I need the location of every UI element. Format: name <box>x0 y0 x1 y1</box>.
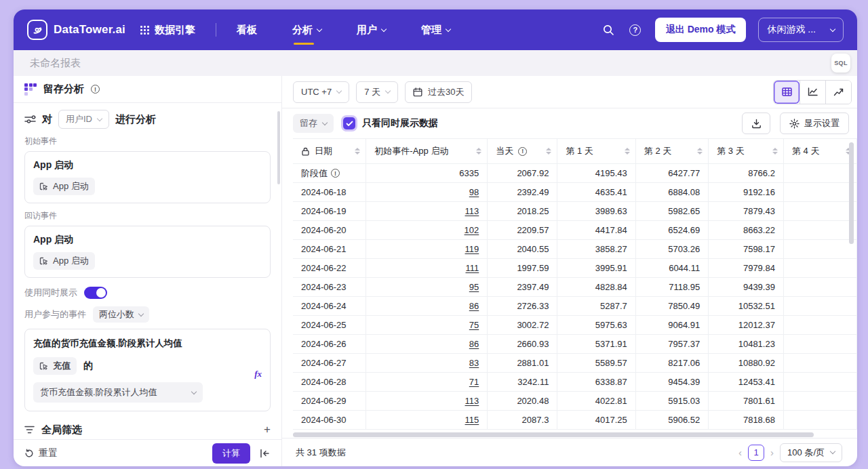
sidebar-scrollbar[interactable] <box>277 111 280 184</box>
analyze-prefix: 对 <box>42 113 52 126</box>
simultaneous-data-checkbox-row[interactable]: 只看同时展示数据 <box>343 117 438 129</box>
sort-icon[interactable] <box>476 148 481 155</box>
date-range-button[interactable]: 过去30天 <box>405 81 472 103</box>
value-cell[interactable]: 75 <box>366 316 488 335</box>
nav-item-2[interactable]: 用户 <box>357 20 386 41</box>
value-cell: 4017.25 <box>557 411 635 430</box>
retention-metric-select[interactable]: 留存 <box>293 114 334 133</box>
nav-item-0[interactable]: 看板 <box>237 20 257 41</box>
value-cell[interactable]: 86 <box>366 297 488 316</box>
add-filter-button[interactable]: + <box>264 423 271 436</box>
help-icon[interactable]: ? <box>628 22 643 37</box>
reset-button[interactable]: 重置 <box>24 447 58 460</box>
report-title[interactable]: 未命名报表 <box>30 57 81 70</box>
sort-icon[interactable] <box>355 148 360 155</box>
nav-item-3[interactable]: 管理 <box>421 20 450 41</box>
cohort-count-link[interactable]: 113 <box>465 206 479 216</box>
exit-demo-button[interactable]: 退出 Demo 模式 <box>655 18 747 42</box>
column-header-2[interactable]: 当天! <box>488 139 557 164</box>
calculate-button[interactable]: 计算 <box>212 443 250 464</box>
subject-select[interactable]: 用户ID <box>58 110 109 129</box>
simultaneous-toggle[interactable] <box>84 287 107 299</box>
cohort-count-link[interactable]: 98 <box>469 187 479 197</box>
cohort-count-link[interactable]: 102 <box>465 225 479 235</box>
sort-icon[interactable] <box>625 148 630 155</box>
info-icon[interactable]: ! <box>91 85 100 94</box>
global-filter-section[interactable]: 全局筛选 + <box>24 417 271 439</box>
cohort-count-link[interactable]: 111 <box>465 263 479 273</box>
cohort-count-link[interactable]: 71 <box>469 377 479 387</box>
page-size-select[interactable]: 100 条/页 <box>780 443 842 462</box>
value-cell[interactable]: 71 <box>366 373 488 392</box>
table-row: 2024-06-28713242.116338.879454.3912453.4… <box>293 373 857 392</box>
sort-icon[interactable] <box>772 148 778 155</box>
initial-event-card[interactable]: App 启动 App 启动 <box>24 151 271 203</box>
trend-icon <box>833 88 844 96</box>
table-view-button[interactable] <box>774 81 800 104</box>
current-page[interactable]: 1 <box>748 445 764 461</box>
value-cell[interactable]: 113 <box>366 202 488 221</box>
column-header-4[interactable]: 第 2 天 <box>635 139 708 164</box>
metric-card[interactable]: 充值的货币充值金额.阶段累计人均值 充值 的 fx 货币充值金额.阶段累计人均值 <box>24 329 271 411</box>
display-settings-button[interactable]: 显示设置 <box>780 113 849 134</box>
app-window: DataTower.ai 数据引擎 看板分析用户管理 ? 退出 Demo 模式 … <box>14 9 857 466</box>
cohort-count-link[interactable]: 119 <box>465 244 479 254</box>
value-cell[interactable]: 113 <box>366 392 488 411</box>
column-header-5[interactable]: 第 3 天 <box>709 139 784 164</box>
event-chip[interactable]: App 启动 <box>33 178 95 195</box>
datatower-logo-icon[interactable] <box>27 20 47 40</box>
date-cell: 2024-06-30 <box>293 411 366 430</box>
sort-icon[interactable] <box>546 148 551 155</box>
sort-icon[interactable] <box>697 148 703 155</box>
cohort-count-link[interactable]: 113 <box>465 396 479 406</box>
nav-item-data-engine[interactable]: 数据引擎 <box>140 24 195 37</box>
value-cell[interactable]: 111 <box>366 259 488 278</box>
sql-badge-button[interactable]: SQL <box>831 54 850 73</box>
value-cell[interactable]: 83 <box>366 354 488 373</box>
cohort-count-link[interactable]: 83 <box>469 358 479 368</box>
column-header-1[interactable]: 初始事件-App 启动 <box>366 139 488 164</box>
analysis-sidebar: 留存分析 ! 对 用户ID 进行分析 初始事件 App 启动 <box>14 76 282 466</box>
value-cell[interactable]: 102 <box>366 221 488 240</box>
prev-page-button[interactable]: ‹ <box>738 447 742 457</box>
metric-event-chip[interactable]: 充值 <box>33 357 77 375</box>
cohort-count-link[interactable]: 75 <box>469 320 479 330</box>
column-header-3[interactable]: 第 1 天 <box>557 139 635 164</box>
event-chip[interactable]: App 启动 <box>33 252 95 270</box>
value-cell[interactable]: 119 <box>366 240 488 259</box>
fx-formula-button[interactable]: fx <box>254 369 262 380</box>
cohort-count-link[interactable]: 86 <box>469 339 479 349</box>
cohort-count-link[interactable]: 95 <box>469 282 479 292</box>
column-header-0[interactable]: 日期 <box>293 139 366 164</box>
value-cell: 3002.72 <box>488 316 557 335</box>
next-page-button[interactable]: › <box>770 447 774 457</box>
value-cell[interactable]: 115 <box>366 411 488 430</box>
value-cell[interactable]: 98 <box>366 183 488 202</box>
line-chart-view-button[interactable] <box>800 81 825 104</box>
collapse-sidebar-icon[interactable] <box>257 446 272 461</box>
trend-view-button[interactable] <box>825 81 851 104</box>
value-cell: 8663.22 <box>709 221 784 240</box>
table-row: 2024-06-18982392.494635.416884.089192.16 <box>293 183 857 202</box>
timezone-select[interactable]: UTC +7 <box>293 81 349 103</box>
table-toolbar: 留存 只看同时展示数据 显示设置 <box>282 108 857 138</box>
checkbox-checked[interactable] <box>343 117 355 129</box>
metric-select[interactable]: 货币充值金额.阶段累计人均值 <box>33 382 203 403</box>
download-button[interactable] <box>742 113 770 134</box>
granularity-select[interactable]: 7 天 <box>356 81 398 103</box>
value-cell[interactable]: 86 <box>366 335 488 354</box>
return-event-card[interactable]: App 启动 App 启动 <box>24 226 271 278</box>
horizontal-scrollbar[interactable] <box>293 432 814 437</box>
value-cell[interactable]: 95 <box>366 278 488 297</box>
decimal-select[interactable]: 两位小数 <box>93 306 149 323</box>
brand-name[interactable]: DataTower.ai <box>54 23 125 37</box>
cohort-count-link[interactable]: 115 <box>465 415 479 425</box>
project-selector[interactable]: 休闲游戏 ... <box>758 18 844 42</box>
vertical-scrollbar[interactable] <box>849 142 854 244</box>
value-cell: 9064.91 <box>635 316 708 335</box>
column-header-6[interactable]: 第 4 天 <box>783 139 856 164</box>
search-icon[interactable] <box>601 22 616 37</box>
value-cell: 9192.16 <box>709 183 784 202</box>
cohort-count-link[interactable]: 86 <box>469 301 479 311</box>
nav-item-1[interactable]: 分析 <box>292 20 321 41</box>
